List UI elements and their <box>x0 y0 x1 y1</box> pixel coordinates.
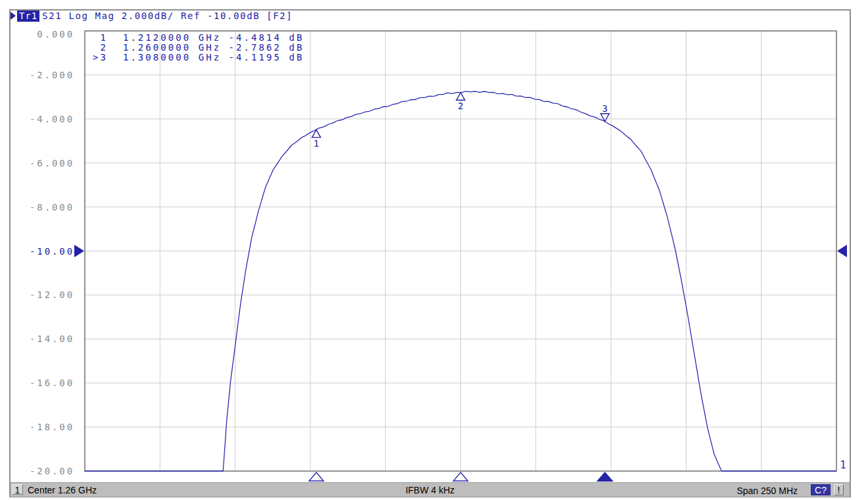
trace-header: Tr1 S21 Log Mag 2.000dB/ Ref -10.00dB [F… <box>11 10 293 22</box>
ifbw-label[interactable]: IFBW 4 kHz <box>406 485 455 495</box>
span-label[interactable]: Span 250 MHz <box>736 486 798 496</box>
y-axis-tick-label: -12.00 <box>0 289 74 300</box>
y-axis-tick-label: -20.00 <box>0 466 74 476</box>
marker-readout-table: 1 1.2120000 GHz -4.4814 dB 2 1.2600000 G… <box>93 33 304 63</box>
instrument-screen <box>9 9 851 497</box>
center-frequency-label[interactable]: Center 1.26 GHz <box>28 485 97 495</box>
y-axis-tick-label: 0.000 <box>0 29 74 39</box>
y-axis-tick-label: -16.00 <box>0 378 74 388</box>
marker-readout-row: >3 1.3080000 GHz -4.1195 dB <box>93 53 304 63</box>
channel-number-label: 1 <box>836 459 850 471</box>
y-axis-tick-label: -2.000 <box>0 70 74 80</box>
y-axis-tick-label: -8.000 <box>0 202 74 213</box>
status-right-group: Span 250 MHz C? ! <box>736 484 844 495</box>
channel-box: 1 <box>12 484 23 495</box>
trace-settings-text: S21 Log Mag 2.000dB/ Ref -10.00dB [F2] <box>42 11 293 21</box>
y-axis-tick-label: -14.00 <box>0 334 74 344</box>
active-trace-indicator-icon <box>11 12 16 20</box>
y-axis-tick-label: -18.00 <box>0 422 74 432</box>
y-axis-tick-label: -6.000 <box>0 158 74 168</box>
y-axis-tick-label: -4.000 <box>0 114 74 124</box>
warning-indicator: ! <box>834 484 844 495</box>
status-bar: 1 Center 1.26 GHz IFBW 4 kHz Span 250 MH… <box>11 482 850 497</box>
marker-readout-row: 1 1.2120000 GHz -4.4814 dB <box>93 33 304 43</box>
y-axis-tick-label: -10.00 <box>0 246 74 257</box>
cal-status-badge: C? <box>811 484 831 495</box>
trace-badge[interactable]: Tr1 <box>17 11 39 22</box>
marker-readout-row: 2 1.2600000 GHz -2.7862 dB <box>93 43 304 53</box>
